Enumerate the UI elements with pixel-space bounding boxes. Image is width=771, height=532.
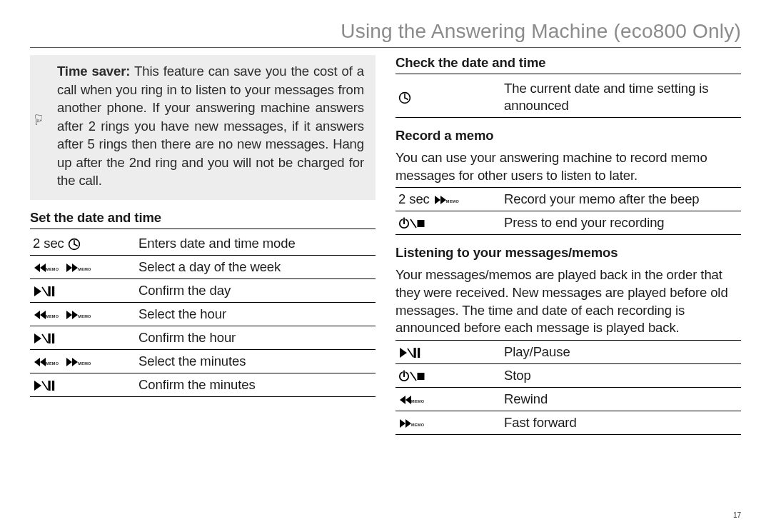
- table-check-datetime: The current date and time setting is ann…: [395, 77, 741, 118]
- table-row: 2 sec MEMO Record your memo after the be…: [395, 188, 741, 211]
- fast-forward-icon: [65, 262, 79, 273]
- content-columns: ☟ Time saver: This feature can save you …: [30, 55, 741, 435]
- heading-listen: Listening to your messages/memos: [395, 245, 741, 264]
- table-row: Play/Pause: [395, 341, 741, 364]
- instr-desc: Record your memo after the beep: [501, 188, 741, 211]
- rewind-icon: [33, 262, 47, 273]
- power-stop-icon: [398, 217, 425, 230]
- table-row: The current date and time setting is ann…: [395, 77, 741, 118]
- table-row: Press to end your recording: [395, 211, 741, 235]
- listen-intro: Your messages/memos are played back in t…: [395, 264, 741, 340]
- heading-record-memo: Record a memo: [395, 128, 741, 146]
- table-listen: Play/Pause Stop MEMO Rewind: [395, 341, 741, 435]
- fast-forward-icon: [398, 418, 413, 429]
- memo-label: MEMO: [78, 361, 91, 366]
- pointing-hand-icon: ☟: [34, 113, 43, 127]
- play-pause-icon: [33, 332, 56, 345]
- instr-desc: Select the hour: [136, 302, 376, 326]
- memo-label: MEMO: [78, 267, 91, 272]
- table-row: MEMO MEMO Select the hour: [30, 302, 376, 326]
- instr-desc: Enters date and time mode: [136, 232, 376, 256]
- table-row: 2 sec Enters date and time mode: [30, 232, 376, 256]
- play-pause-icon: [33, 285, 56, 298]
- table-row: MEMO MEMO Select the minutes: [30, 349, 376, 373]
- instr-desc: Rewind: [501, 387, 741, 411]
- table-row: MEMO Fast forward: [395, 411, 741, 434]
- memo-label: MEMO: [78, 314, 91, 319]
- record-memo-intro: You can use your answering machine to re…: [395, 146, 741, 188]
- memo-label: MEMO: [446, 199, 459, 204]
- instr-desc: The current date and time setting is ann…: [501, 77, 741, 118]
- instr-desc: Select the minutes: [136, 349, 376, 373]
- instr-desc: Press to end your recording: [501, 211, 741, 235]
- memo-label: MEMO: [46, 361, 59, 366]
- left-column: ☟ Time saver: This feature can save you …: [30, 55, 376, 435]
- fast-forward-icon: [433, 194, 448, 206]
- table-row: MEMO Rewind: [395, 387, 741, 411]
- table-record-memo: 2 sec MEMO Record your memo after the be…: [395, 188, 741, 235]
- memo-label: MEMO: [46, 267, 59, 272]
- tip-label: Time saver:: [57, 64, 130, 79]
- instr-desc: Confirm the hour: [136, 326, 376, 349]
- tip-body: This feature can save you the cost of a …: [57, 64, 364, 188]
- table-row: Stop: [395, 363, 741, 387]
- heading-check-datetime: Check the date and time: [395, 55, 741, 74]
- clock-icon: [68, 238, 81, 251]
- clock-icon: [398, 91, 411, 104]
- table-row: MEMO MEMO Select a day of the week: [30, 255, 376, 278]
- memo-label: MEMO: [46, 314, 59, 319]
- instr-desc: Confirm the day: [136, 278, 376, 302]
- heading-set-datetime: Set the date and time: [30, 210, 376, 229]
- fast-forward-icon: [65, 309, 79, 321]
- memo-label: MEMO: [411, 399, 424, 404]
- instr-desc: Select a day of the week: [136, 255, 376, 278]
- key-prefix: 2 sec: [33, 236, 68, 251]
- key-prefix: 2 sec: [398, 191, 433, 206]
- instr-desc: Confirm the minutes: [136, 373, 376, 396]
- play-pause-icon: [398, 346, 421, 359]
- instr-desc: Fast forward: [501, 411, 741, 434]
- right-column: Check the date and time The current date…: [395, 55, 741, 435]
- table-row: Confirm the day: [30, 278, 376, 302]
- power-stop-icon: [398, 370, 425, 383]
- instr-desc: Play/Pause: [501, 341, 741, 364]
- manual-page: Using the Answering Machine (eco800 Only…: [0, 0, 771, 532]
- page-title: Using the Answering Machine (eco800 Only…: [30, 20, 741, 48]
- rewind-icon: [33, 356, 47, 368]
- table-set-datetime: 2 sec Enters date and time mode MEMO MEM…: [30, 232, 376, 397]
- tip-text: Time saver: This feature can save you th…: [41, 62, 364, 190]
- page-number: 17: [733, 511, 741, 519]
- time-saver-tip: ☟ Time saver: This feature can save you …: [30, 55, 376, 200]
- fast-forward-icon: [65, 356, 79, 368]
- table-row: Confirm the minutes: [30, 373, 376, 396]
- rewind-icon: [398, 394, 413, 406]
- instr-desc: Stop: [501, 363, 741, 387]
- rewind-icon: [33, 309, 47, 321]
- play-pause-icon: [33, 379, 56, 392]
- memo-label: MEMO: [411, 423, 424, 428]
- table-row: Confirm the hour: [30, 326, 376, 349]
